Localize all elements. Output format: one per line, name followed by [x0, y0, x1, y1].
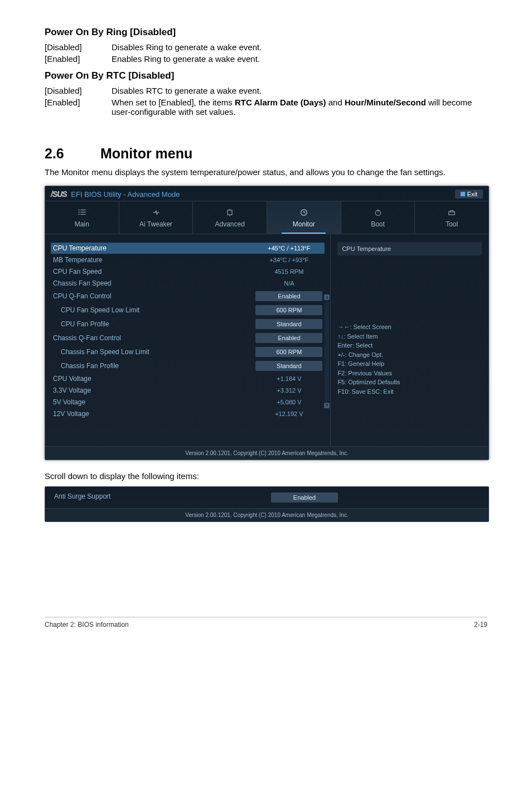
scrollbar[interactable]: ▲ ▼	[325, 301, 329, 402]
anti-surge-label: Anti Surge Support	[51, 492, 271, 503]
power-rtc-title: Power On By RTC [Disabled]	[45, 70, 487, 81]
cpu-qfan-label: CPU Q-Fan Control	[53, 292, 255, 300]
tweak-icon	[151, 208, 162, 217]
row-33v-voltage[interactable]: 3.3V Voltage +3.312 V	[51, 385, 325, 396]
svg-rect-2	[78, 212, 80, 212]
bios-mini-row[interactable]: Anti Surge Support Enabled	[45, 487, 489, 508]
bios-footer: Version 2.00.1201. Copyright (C) 2010 Am…	[45, 446, 489, 460]
mb-temp-value: +34°C / +93°F	[255, 257, 322, 263]
tab-monitor[interactable]: Monitor	[267, 201, 341, 234]
v12-label: 12V Voltage	[53, 410, 255, 418]
row-12v-voltage[interactable]: 12V Voltage +12.192 V	[51, 408, 325, 419]
power-rtc-bold2: Hour/Minute/Second	[345, 98, 426, 107]
bios-title-text: EFI BIOS Utility - Advanced Mode	[71, 190, 180, 199]
help-k3: Enter: Select	[337, 341, 482, 350]
row-cpu-temperature[interactable]: CPU Temperature +45°C / +113°F	[51, 243, 325, 254]
tab-boot[interactable]: Boot	[341, 201, 415, 234]
chassis-fan-low-value[interactable]: 600 RPM	[255, 347, 322, 357]
cpu-fan-profile-value[interactable]: Standard	[255, 319, 322, 329]
svg-rect-3	[80, 212, 85, 212]
row-5v-voltage[interactable]: 5V Voltage +5.080 V	[51, 397, 325, 408]
cpu-qfan-value[interactable]: Enabled	[255, 291, 322, 301]
svg-rect-0	[78, 210, 80, 210]
list-icon	[76, 208, 88, 217]
section-desc: The Monitor menu displays the system tem…	[45, 167, 487, 177]
tab-advanced[interactable]: Advanced	[193, 201, 267, 234]
help-keys: →←: Select Screen ↑↓: Select Item Enter:…	[337, 322, 482, 396]
footer-right: 2-19	[474, 621, 487, 629]
chassis-fan-profile-value[interactable]: Standard	[255, 361, 322, 371]
help-k6: F2: Previous Values	[337, 369, 482, 378]
power-ring-disabled-key: [Disabled]	[45, 41, 112, 53]
row-chassis-fan-speed[interactable]: Chassis Fan Speed N/A	[51, 278, 325, 289]
power-icon	[373, 208, 384, 217]
footer-left: Chapter 2: BIOS information	[45, 621, 129, 629]
help-k4: +/-: Change Opt.	[337, 350, 482, 360]
power-ring-title: Power On By Ring [Disabled]	[45, 27, 487, 38]
row-cpu-qfan-control[interactable]: CPU Q-Fan Control Enabled	[51, 289, 325, 303]
mb-temp-label: MB Temperature	[53, 256, 255, 264]
scroll-up-icon[interactable]: ▲	[324, 294, 330, 300]
bios-right-panel: CPU Temperature →←: Select Screen ↑↓: Se…	[330, 234, 489, 446]
cpu-temp-value: +45°C / +113°F	[255, 245, 322, 252]
row-chassis-fan-low-limit[interactable]: Chassis Fan Speed Low Limit 600 RPM	[51, 345, 325, 359]
chassis-qfan-label: Chassis Q-Fan Control	[53, 334, 255, 342]
tab-monitor-label: Monitor	[293, 220, 315, 228]
power-ring-enabled-key: [Enabled]	[45, 53, 112, 65]
power-rtc-bold1: RTC Alarm Date (Days)	[235, 98, 326, 107]
svg-rect-14	[449, 212, 455, 215]
row-cpu-fan-profile[interactable]: CPU Fan Profile Standard	[51, 317, 325, 331]
row-mb-temperature[interactable]: MB Temperature +34°C / +93°F	[51, 254, 325, 265]
tab-boot-label: Boot	[371, 220, 385, 228]
row-chassis-fan-profile[interactable]: Chassis Fan Profile Standard	[51, 359, 325, 373]
v5-label: 5V Voltage	[53, 398, 255, 406]
cpu-fan-low-value[interactable]: 600 RPM	[255, 305, 322, 315]
power-ring-table: [Disabled] Disables Ring to generate a w…	[45, 41, 262, 65]
exit-button[interactable]: Exit	[455, 190, 483, 199]
cpu-temp-label: CPU Temperature	[53, 244, 255, 252]
monitor-icon	[298, 208, 309, 217]
v33-value: +3.312 V	[255, 387, 322, 394]
tab-main[interactable]: Main	[45, 201, 119, 234]
v33-label: 3.3V Voltage	[53, 386, 255, 394]
exit-label: Exit	[467, 191, 477, 197]
section-num: 2.6	[45, 146, 100, 162]
v12-value: +12.192 V	[255, 410, 322, 417]
chip-icon	[224, 208, 235, 217]
row-chassis-qfan-control[interactable]: Chassis Q-Fan Control Enabled	[51, 331, 325, 345]
tab-main-label: Main	[75, 220, 89, 228]
power-rtc-mid: and	[326, 98, 345, 107]
bios-body: CPU Temperature +45°C / +113°F MB Temper…	[45, 234, 489, 446]
bios-window: /SUS EFI BIOS Utility - Advanced Mode Ex…	[45, 186, 489, 460]
help-title: CPU Temperature	[342, 245, 391, 252]
power-rtc-enabled-prefix: When set to [Enabled], the items	[112, 98, 235, 107]
svg-rect-4	[78, 214, 80, 215]
tab-tool[interactable]: Tool	[415, 201, 489, 234]
tab-ai-tweaker[interactable]: Ai Tweaker	[119, 201, 194, 234]
svg-rect-6	[228, 210, 232, 215]
cpu-fan-profile-label: CPU Fan Profile	[53, 320, 255, 328]
chassis-fan-value: N/A	[255, 280, 322, 287]
row-cpu-voltage[interactable]: CPU Voltage +1.184 V	[51, 373, 325, 384]
v5-value: +5.080 V	[255, 399, 322, 405]
row-cpu-fan-speed[interactable]: CPU Fan Speed 4515 RPM	[51, 266, 325, 277]
bios-titlebar: /SUS EFI BIOS Utility - Advanced Mode Ex…	[45, 186, 489, 201]
cpu-v-value: +1.184 V	[255, 375, 322, 382]
cpu-fan-low-label: CPU Fan Speed Low Limit	[53, 306, 255, 314]
power-ring-disabled-desc: Disables Ring to generate a wake event.	[112, 41, 262, 53]
page-content: Power On By Ring [Disabled] [Disabled] D…	[0, 0, 532, 544]
tool-icon	[446, 208, 457, 217]
power-ring-enabled-desc: Enables Ring to generate a wake event.	[112, 53, 262, 65]
help-k7: F5: Optimized Defaults	[337, 378, 482, 387]
anti-surge-value[interactable]: Enabled	[271, 492, 338, 503]
chassis-fan-low-label: Chassis Fan Speed Low Limit	[53, 348, 255, 356]
bios-tabs: Main Ai Tweaker Advanced Monitor Boot To…	[45, 201, 489, 234]
bios-mini-footer: Version 2.00.1201. Copyright (C) 2010 Am…	[45, 508, 489, 521]
chassis-fan-label: Chassis Fan Speed	[53, 279, 255, 287]
section-title: 2.6Monitor menu	[45, 146, 487, 162]
row-cpu-fan-low-limit[interactable]: CPU Fan Speed Low Limit 600 RPM	[51, 303, 325, 317]
chassis-qfan-value[interactable]: Enabled	[255, 333, 322, 343]
power-rtc-table: [Disabled] Disables RTC to generate a wa…	[45, 85, 487, 118]
scroll-down-icon[interactable]: ▼	[324, 403, 330, 408]
help-k2: ↑↓: Select Item	[337, 332, 482, 341]
